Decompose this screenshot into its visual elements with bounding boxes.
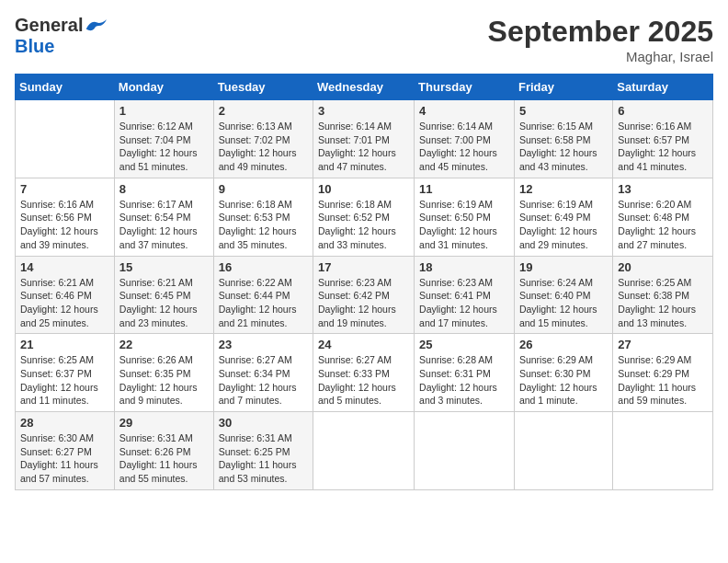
day-cell: 5Sunrise: 6:15 AM Sunset: 6:58 PM Daylig… xyxy=(514,100,612,178)
day-cell: 27Sunrise: 6:29 AM Sunset: 6:29 PM Dayli… xyxy=(613,334,713,412)
header: General Blue September 2025 Maghar, Isra… xyxy=(15,15,713,64)
day-number: 10 xyxy=(318,182,409,196)
day-cell: 25Sunrise: 6:28 AM Sunset: 6:31 PM Dayli… xyxy=(415,334,515,412)
day-info: Sunrise: 6:27 AM Sunset: 6:33 PM Dayligh… xyxy=(318,353,409,408)
day-info: Sunrise: 6:25 AM Sunset: 6:38 PM Dayligh… xyxy=(618,276,708,330)
day-info: Sunrise: 6:29 AM Sunset: 6:30 PM Dayligh… xyxy=(519,353,608,408)
logo: General Blue xyxy=(15,15,107,57)
day-info: Sunrise: 6:13 AM Sunset: 7:02 PM Dayligh… xyxy=(219,120,308,174)
day-number: 5 xyxy=(519,104,608,118)
title-area: September 2025 Maghar, Israel xyxy=(488,15,713,64)
logo-blue-text: Blue xyxy=(15,36,54,57)
day-number: 15 xyxy=(119,260,209,274)
day-info: Sunrise: 6:28 AM Sunset: 6:31 PM Dayligh… xyxy=(419,353,509,408)
month-title: September 2025 xyxy=(488,15,713,49)
day-number: 17 xyxy=(318,260,409,274)
day-info: Sunrise: 6:15 AM Sunset: 6:58 PM Dayligh… xyxy=(519,120,608,174)
day-info: Sunrise: 6:16 AM Sunset: 6:56 PM Dayligh… xyxy=(20,198,109,252)
day-cell xyxy=(415,412,515,490)
day-cell: 24Sunrise: 6:27 AM Sunset: 6:33 PM Dayli… xyxy=(313,334,415,412)
header-row: SundayMondayTuesdayWednesdayThursdayFrid… xyxy=(16,75,713,100)
col-header-friday: Friday xyxy=(514,75,612,100)
day-cell: 30Sunrise: 6:31 AM Sunset: 6:25 PM Dayli… xyxy=(213,412,313,490)
day-cell: 29Sunrise: 6:31 AM Sunset: 6:26 PM Dayli… xyxy=(114,412,213,490)
day-number: 8 xyxy=(119,182,209,196)
day-info: Sunrise: 6:31 AM Sunset: 6:26 PM Dayligh… xyxy=(119,431,209,486)
day-cell: 7Sunrise: 6:16 AM Sunset: 6:56 PM Daylig… xyxy=(16,178,115,256)
week-row-3: 14Sunrise: 6:21 AM Sunset: 6:46 PM Dayli… xyxy=(16,256,713,334)
day-info: Sunrise: 6:20 AM Sunset: 6:48 PM Dayligh… xyxy=(618,198,708,252)
day-cell: 3Sunrise: 6:14 AM Sunset: 7:01 PM Daylig… xyxy=(313,100,415,178)
day-number: 4 xyxy=(419,104,509,118)
day-number: 9 xyxy=(219,182,308,196)
day-info: Sunrise: 6:17 AM Sunset: 6:54 PM Dayligh… xyxy=(119,198,209,252)
day-number: 28 xyxy=(20,416,109,430)
calendar-table: SundayMondayTuesdayWednesdayThursdayFrid… xyxy=(15,74,713,490)
day-info: Sunrise: 6:30 AM Sunset: 6:27 PM Dayligh… xyxy=(20,431,109,486)
day-info: Sunrise: 6:12 AM Sunset: 7:04 PM Dayligh… xyxy=(119,120,209,174)
day-number: 7 xyxy=(20,182,109,196)
day-info: Sunrise: 6:27 AM Sunset: 6:34 PM Dayligh… xyxy=(219,353,308,408)
day-info: Sunrise: 6:16 AM Sunset: 6:57 PM Dayligh… xyxy=(618,120,708,174)
day-info: Sunrise: 6:23 AM Sunset: 6:42 PM Dayligh… xyxy=(318,276,409,330)
day-number: 26 xyxy=(519,338,608,351)
day-number: 3 xyxy=(318,104,409,118)
day-number: 21 xyxy=(20,338,109,351)
day-cell: 18Sunrise: 6:23 AM Sunset: 6:41 PM Dayli… xyxy=(415,256,515,334)
day-cell xyxy=(313,412,415,490)
day-cell: 22Sunrise: 6:26 AM Sunset: 6:35 PM Dayli… xyxy=(114,334,213,412)
day-info: Sunrise: 6:31 AM Sunset: 6:25 PM Dayligh… xyxy=(219,431,308,486)
col-header-thursday: Thursday xyxy=(415,75,515,100)
day-cell: 9Sunrise: 6:18 AM Sunset: 6:53 PM Daylig… xyxy=(213,178,313,256)
day-number: 27 xyxy=(618,338,708,351)
col-header-saturday: Saturday xyxy=(613,75,713,100)
day-cell xyxy=(514,412,612,490)
day-info: Sunrise: 6:24 AM Sunset: 6:40 PM Dayligh… xyxy=(519,276,608,330)
day-cell: 8Sunrise: 6:17 AM Sunset: 6:54 PM Daylig… xyxy=(114,178,213,256)
day-info: Sunrise: 6:21 AM Sunset: 6:46 PM Dayligh… xyxy=(20,276,109,330)
day-cell: 4Sunrise: 6:14 AM Sunset: 7:00 PM Daylig… xyxy=(415,100,515,178)
day-cell: 19Sunrise: 6:24 AM Sunset: 6:40 PM Dayli… xyxy=(514,256,612,334)
day-info: Sunrise: 6:21 AM Sunset: 6:45 PM Dayligh… xyxy=(119,276,209,330)
day-cell: 10Sunrise: 6:18 AM Sunset: 6:52 PM Dayli… xyxy=(313,178,415,256)
day-number: 6 xyxy=(618,104,708,118)
day-cell: 1Sunrise: 6:12 AM Sunset: 7:04 PM Daylig… xyxy=(114,100,213,178)
day-info: Sunrise: 6:19 AM Sunset: 6:50 PM Dayligh… xyxy=(419,198,509,252)
day-number: 24 xyxy=(318,338,409,351)
day-number: 2 xyxy=(219,104,308,118)
location: Maghar, Israel xyxy=(488,49,713,64)
day-info: Sunrise: 6:25 AM Sunset: 6:37 PM Dayligh… xyxy=(20,353,109,408)
day-info: Sunrise: 6:23 AM Sunset: 6:41 PM Dayligh… xyxy=(419,276,509,330)
day-info: Sunrise: 6:29 AM Sunset: 6:29 PM Dayligh… xyxy=(618,353,708,408)
day-info: Sunrise: 6:14 AM Sunset: 7:01 PM Dayligh… xyxy=(318,120,409,174)
day-cell: 21Sunrise: 6:25 AM Sunset: 6:37 PM Dayli… xyxy=(16,334,115,412)
day-info: Sunrise: 6:18 AM Sunset: 6:53 PM Dayligh… xyxy=(219,198,308,252)
day-cell xyxy=(613,412,713,490)
col-header-wednesday: Wednesday xyxy=(313,75,415,100)
day-number: 18 xyxy=(419,260,509,274)
day-cell: 13Sunrise: 6:20 AM Sunset: 6:48 PM Dayli… xyxy=(613,178,713,256)
day-info: Sunrise: 6:18 AM Sunset: 6:52 PM Dayligh… xyxy=(318,198,409,252)
col-header-monday: Monday xyxy=(114,75,213,100)
day-number: 14 xyxy=(20,260,109,274)
week-row-4: 21Sunrise: 6:25 AM Sunset: 6:37 PM Dayli… xyxy=(16,334,713,412)
day-number: 23 xyxy=(219,338,308,351)
day-info: Sunrise: 6:22 AM Sunset: 6:44 PM Dayligh… xyxy=(219,276,308,330)
day-info: Sunrise: 6:26 AM Sunset: 6:35 PM Dayligh… xyxy=(119,353,209,408)
day-number: 25 xyxy=(419,338,509,351)
day-cell: 6Sunrise: 6:16 AM Sunset: 6:57 PM Daylig… xyxy=(613,100,713,178)
day-number: 16 xyxy=(219,260,308,274)
col-header-tuesday: Tuesday xyxy=(213,75,313,100)
week-row-1: 1Sunrise: 6:12 AM Sunset: 7:04 PM Daylig… xyxy=(16,100,713,178)
logo-general-text: General xyxy=(15,15,83,36)
day-cell: 12Sunrise: 6:19 AM Sunset: 6:49 PM Dayli… xyxy=(514,178,612,256)
day-info: Sunrise: 6:14 AM Sunset: 7:00 PM Dayligh… xyxy=(419,120,509,174)
day-cell: 23Sunrise: 6:27 AM Sunset: 6:34 PM Dayli… xyxy=(213,334,313,412)
day-cell: 16Sunrise: 6:22 AM Sunset: 6:44 PM Dayli… xyxy=(213,256,313,334)
day-number: 29 xyxy=(119,416,209,430)
day-cell: 14Sunrise: 6:21 AM Sunset: 6:46 PM Dayli… xyxy=(16,256,115,334)
week-row-5: 28Sunrise: 6:30 AM Sunset: 6:27 PM Dayli… xyxy=(16,412,713,490)
day-cell: 11Sunrise: 6:19 AM Sunset: 6:50 PM Dayli… xyxy=(415,178,515,256)
day-cell: 26Sunrise: 6:29 AM Sunset: 6:30 PM Dayli… xyxy=(514,334,612,412)
day-number: 22 xyxy=(119,338,209,351)
